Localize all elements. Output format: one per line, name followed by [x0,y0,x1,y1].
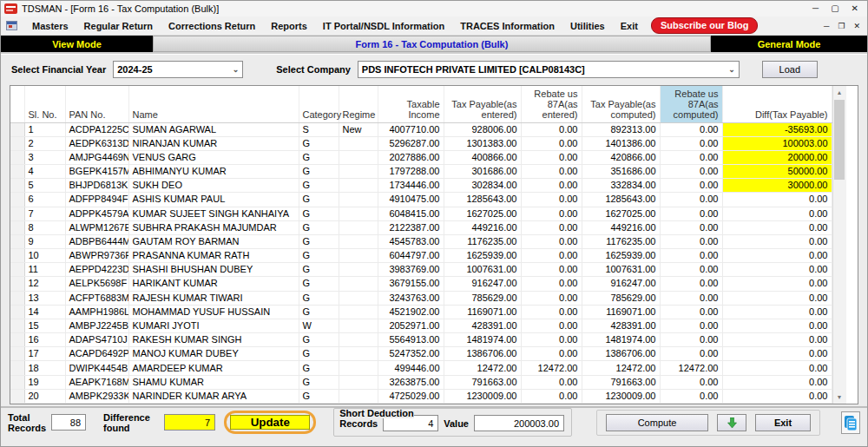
cell-diff-tax-payable[interactable]: 0.00 [722,347,832,361]
cell-tax-payable-computed[interactable]: 1386706.00 [582,347,660,361]
cell-name[interactable]: VENUS GARG [128,150,299,164]
cell-name[interactable]: PRASANNA KUMAR RATH [128,249,299,263]
cell-tax-payable-entered[interactable]: 791663.00 [444,375,521,389]
cell-diff-tax-payable[interactable]: 0.00 [722,277,832,291]
cell-tax-payable-entered[interactable]: 1625939.00 [444,249,521,263]
cell-rebate-entered[interactable]: 0.00 [521,122,582,136]
cell-sl-no[interactable]: 10 [24,249,65,263]
cell-regime[interactable] [339,361,378,375]
cell-rebate-computed[interactable]: 0.00 [660,249,722,263]
cell-tax-payable-computed[interactable]: 332834.00 [582,179,660,193]
cell-regime[interactable] [339,220,378,234]
cell-category[interactable]: G [299,136,339,150]
cell-rebate-entered[interactable]: 0.00 [521,207,582,220]
cell-rebate-entered[interactable]: 0.00 [521,193,582,207]
cell-name[interactable]: NARINDER KUMAR ARYA [128,389,299,403]
row-selector-cell[interactable] [10,136,24,150]
cell-name[interactable]: ASHIS KUMAR PAUL [128,193,299,207]
cell-taxable-income[interactable]: 3263875.00 [378,375,444,389]
cell-sl-no[interactable]: 9 [24,234,65,248]
cell-rebate-computed[interactable]: 0.00 [660,389,722,403]
cell-sl-no[interactable]: 16 [24,333,65,347]
cell-rebate-computed[interactable]: 0.00 [660,277,722,291]
cell-rebate-computed[interactable]: 0.00 [660,305,722,319]
cell-name[interactable]: SUMAN AGARWAL [128,122,299,136]
cell-name[interactable]: MANOJ KUMAR DUBEY [128,347,299,361]
cell-rebate-entered[interactable]: 0.00 [521,136,582,150]
row-selector-cell[interactable] [10,305,24,319]
sd-value-field[interactable]: 200003.00 [474,415,564,431]
cell-rebate-computed[interactable]: 0.00 [660,347,722,361]
cell-rebate-entered[interactable]: 0.00 [521,375,582,389]
cell-taxable-income[interactable]: 5247352.00 [378,347,444,361]
cell-diff-tax-payable[interactable]: 0.00 [722,361,832,375]
row-selector-cell[interactable] [10,207,24,220]
cell-taxable-income[interactable]: 2027886.00 [378,150,444,164]
cell-regime[interactable] [339,347,378,361]
row-selector-cell[interactable] [10,179,24,193]
cell-pan[interactable]: AMBPK2933K [65,389,128,403]
cell-diff-tax-payable[interactable]: 0.00 [722,333,832,347]
cell-pan[interactable]: ACFPT6883M [65,291,128,305]
scrollbar-thumb[interactable] [834,100,845,180]
cell-taxable-income[interactable]: 3679155.00 [378,277,444,291]
cell-taxable-income[interactable]: 4007710.00 [378,122,444,136]
cell-rebate-entered[interactable]: 0.00 [521,277,582,291]
cell-name[interactable]: ABHIMANYU KUMAR [128,165,299,179]
cell-tax-payable-computed[interactable]: 1169071.00 [582,305,660,319]
company-select[interactable]: PDS INFOTECH PRIVATE LIMITED [CALP08143C… [358,61,740,78]
cell-tax-payable-computed[interactable]: 1401386.00 [582,136,660,150]
menu-masters[interactable]: Masters [24,18,76,34]
cell-rebate-computed[interactable]: 0.00 [660,122,722,136]
mdi-minimize-icon[interactable]: ─ [824,22,829,30]
cell-taxable-income[interactable]: 1797288.00 [378,165,444,179]
cell-rebate-computed[interactable]: 0.00 [660,375,722,389]
cell-rebate-entered[interactable]: 0.00 [521,179,582,193]
cell-category[interactable]: W [299,319,339,332]
cell-regime[interactable] [339,150,378,164]
cell-tax-payable-computed[interactable]: 428391.00 [582,319,660,332]
cell-diff-tax-payable[interactable]: 0.00 [722,220,832,234]
cell-tax-payable-computed[interactable]: 916247.00 [582,277,660,291]
cell-rebate-computed[interactable]: 0.00 [660,179,722,193]
menu-corrections-return[interactable]: Corrections Return [161,18,263,34]
cell-tax-payable-computed[interactable]: 420866.00 [582,150,660,164]
cell-category[interactable]: G [299,249,339,263]
cell-name[interactable]: HARIKANT KUMAR [128,277,299,291]
cell-rebate-computed[interactable]: 0.00 [660,207,722,220]
cell-sl-no[interactable]: 4 [24,165,65,179]
cell-taxable-income[interactable]: 6048415.00 [378,207,444,220]
cell-name[interactable]: SUBHRA PRAKASH MAJUMDAR [128,220,299,234]
row-selector-cell[interactable] [10,220,24,234]
cell-category[interactable]: G [299,291,339,305]
scroll-down-icon[interactable]: ▼ [832,391,846,404]
cell-pan[interactable]: ADPPK4579A [65,207,128,220]
cell-tax-payable-entered[interactable]: 12472.00 [444,361,521,375]
cell-tax-payable-computed[interactable]: 449216.00 [582,220,660,234]
cell-sl-no[interactable]: 12 [24,277,65,291]
cell-sl-no[interactable]: 11 [24,263,65,277]
cell-name[interactable]: AMARDEEP KUMAR [128,361,299,375]
cell-diff-tax-payable[interactable]: 0.00 [722,375,832,389]
cell-category[interactable]: G [299,375,339,389]
cell-sl-no[interactable]: 1 [24,122,65,136]
cell-tax-payable-entered[interactable]: 928006.00 [444,122,521,136]
cell-regime[interactable] [339,291,378,305]
cell-pan[interactable]: ADAPS4710J [65,333,128,347]
cell-pan[interactable]: ADBPB6444M [65,234,128,248]
cell-diff-tax-payable[interactable]: 0.00 [722,234,832,248]
cell-name[interactable]: KUMAR SUJEET SINGH KANHAIYA [128,207,299,220]
menu-reports[interactable]: Reports [263,18,315,34]
cell-tax-payable-computed[interactable]: 1007631.00 [582,263,660,277]
cell-tax-payable-computed[interactable]: 892313.00 [582,122,660,136]
cell-diff-tax-payable[interactable]: 0.00 [722,319,832,332]
cell-sl-no[interactable]: 13 [24,291,65,305]
cell-regime[interactable] [339,305,378,319]
cell-taxable-income[interactable]: 3983769.00 [378,263,444,277]
cell-tax-payable-entered[interactable]: 1386706.00 [444,347,521,361]
row-selector-cell[interactable] [10,347,24,361]
cell-pan[interactable]: AAMPH1986L [65,305,128,319]
cell-regime[interactable] [339,333,378,347]
cell-tax-payable-entered[interactable]: 785629.00 [444,291,521,305]
cell-sl-no[interactable]: 15 [24,319,65,332]
